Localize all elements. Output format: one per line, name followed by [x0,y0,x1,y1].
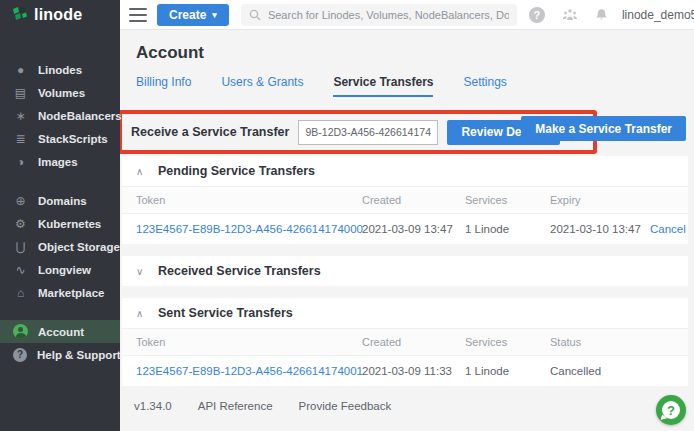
status-value: Cancelled [550,365,674,377]
community-icon[interactable] [562,8,578,21]
receive-transfer-section: Receive a Service Transfer Review Detail… [120,110,694,156]
col-created: Created [362,336,465,348]
col-status: Status [550,336,674,348]
longview-icon: ∿ [13,263,28,277]
col-services: Services [465,336,550,348]
pending-panel-header[interactable]: ∧ Pending Service Transfers [122,156,688,186]
account-tabs: Billing Info Users & Grants Service Tran… [136,75,694,97]
volumes-icon: ▤ [13,86,28,100]
expiry-value: 2021-03-10 13:47 [550,223,650,235]
sidebar-item-volumes[interactable]: ▤ Volumes [0,81,120,104]
chevron-down-icon: ▾ [212,10,217,20]
services-value: 1 Linode [465,365,550,377]
sidebar-item-linodes[interactable]: ● Linodes [0,58,120,81]
sidebar-item-help-support[interactable]: ? Help & Support [0,343,120,366]
pending-transfers-panel: ∧ Pending Service Transfers Token Create… [122,156,688,244]
help-icon[interactable]: ? [529,7,545,23]
linode-logo-icon [12,7,28,23]
tab-service-transfers[interactable]: Service Transfers [333,75,433,97]
notifications-bell-icon[interactable] [595,8,608,22]
api-reference-link[interactable]: API Reference [198,400,273,412]
linode-cloud-manager: linode Create ▾ ? linode_demo512 ∨ ● [0,0,694,431]
pending-table-header: Token Created Services Expiry [122,186,688,214]
images-icon: ◑ [13,155,28,169]
received-panel-header[interactable]: ∨ Received Service Transfers [122,256,688,286]
username-label[interactable]: linode_demo512 [622,8,694,22]
sidebar-nav: ● Linodes ▤ Volumes ∗ NodeBalancers ≣ St… [0,30,120,431]
collapse-chevron-up-icon: ∧ [136,308,146,319]
sent-table-header: Token Created Services Status [122,328,688,356]
received-transfers-panel: ∨ Received Service Transfers [122,256,688,286]
table-row: 123E4567-E89B-12D3-A456-426614174000 202… [122,214,688,244]
transfer-token-input[interactable] [298,120,438,145]
sidebar-item-domains[interactable]: ⊕ Domains [0,189,120,212]
collapse-chevron-down-icon: ∨ [136,266,146,277]
tab-users-grants[interactable]: Users & Grants [221,75,303,97]
sent-panel-header[interactable]: ∧ Sent Service Transfers [122,298,688,328]
sidebar-item-images[interactable]: ◑ Images [0,150,120,173]
sidebar-item-longview[interactable]: ∿ Longview [0,258,120,281]
kubernetes-icon: ⚙ [13,217,28,231]
nodebalancers-icon: ∗ [13,109,28,123]
table-row: 123E4567-E89B-12D3-A456-426614174001 202… [122,356,688,386]
marketplace-icon: ⌂ [13,286,28,300]
created-value: 2021-03-09 13:47 [362,223,465,235]
linode-logo[interactable]: linode [0,0,120,30]
account-person-icon [13,324,28,339]
page-title: Account [136,43,694,63]
token-link[interactable]: 123E4567-E89B-12D3-A456-426614174001 [136,365,362,377]
sent-transfers-panel: ∧ Sent Service Transfers Token Created S… [122,298,688,386]
linodes-icon: ● [13,63,28,77]
object-storage-icon: ⋃ [13,240,28,254]
help-chat-button[interactable]: ? [656,395,686,425]
col-services: Services [465,194,550,206]
top-bar: linode Create ▾ ? linode_demo512 ∨ [0,0,694,30]
services-value: 1 Linode [465,223,550,235]
token-link[interactable]: 123E4567-E89B-12D3-A456-426614174000 [136,223,362,235]
receive-transfer-label: Receive a Service Transfer [131,125,289,139]
collapse-chevron-up-icon: ∧ [136,166,146,177]
main-content: Account Billing Info Users & Grants Serv… [120,30,694,431]
sidebar-item-nodebalancers[interactable]: ∗ NodeBalancers [0,104,120,127]
global-search[interactable] [241,4,517,26]
stackscripts-icon: ≣ [13,132,28,146]
provide-feedback-link[interactable]: Provide Feedback [299,400,392,412]
tab-settings[interactable]: Settings [463,75,506,97]
menu-hamburger-icon[interactable] [129,8,147,22]
cancel-link[interactable]: Cancel [650,223,686,235]
make-service-transfer-button[interactable]: Make a Service Transfer [521,116,686,141]
help-support-icon: ? [13,348,27,362]
sidebar-item-account[interactable]: Account [0,320,120,343]
sidebar-item-marketplace[interactable]: ⌂ Marketplace [0,281,120,304]
sidebar-item-stackscripts[interactable]: ≣ StackScripts [0,127,120,150]
col-created: Created [362,194,465,206]
search-input[interactable] [268,9,509,21]
footer: v1.34.0 API Reference Provide Feedback [134,400,694,412]
col-token: Token [136,194,362,206]
created-value: 2021-03-09 11:33 [362,365,465,377]
version-label[interactable]: v1.34.0 [134,400,172,412]
create-button-label: Create [169,8,206,22]
logo-wordmark: linode [34,6,82,24]
col-expiry: Expiry [550,194,650,206]
create-button[interactable]: Create ▾ [157,4,229,26]
sidebar-item-kubernetes[interactable]: ⚙ Kubernetes [0,212,120,235]
sidebar-item-object-storage[interactable]: ⋃ Object Storage [0,235,120,258]
search-icon [249,9,261,21]
domains-icon: ⊕ [13,194,28,208]
question-mark-icon: ? [662,401,680,419]
tab-billing-info[interactable]: Billing Info [136,75,191,97]
col-token: Token [136,336,362,348]
